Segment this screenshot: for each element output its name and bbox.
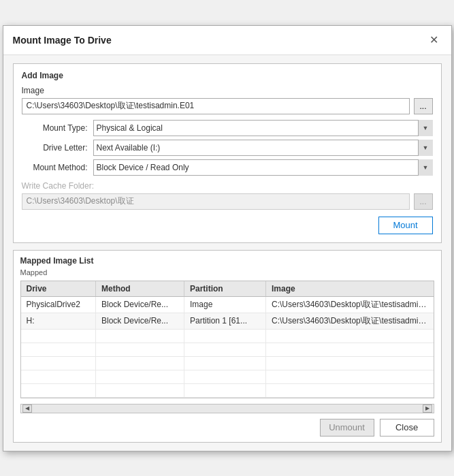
cell-partition: Image bbox=[184, 296, 266, 313]
table-row-empty bbox=[21, 370, 434, 383]
cell-method: Block Device/Re... bbox=[96, 296, 184, 313]
horizontal-scrollbar[interactable]: ◀ ▶ bbox=[20, 404, 434, 413]
scroll-right-button[interactable]: ▶ bbox=[423, 404, 432, 413]
add-image-group: Add Image Image ... Mount Type: Physical… bbox=[13, 63, 442, 243]
mount-row: Mount bbox=[22, 217, 433, 234]
drive-letter-label: Drive Letter: bbox=[22, 143, 93, 153]
title-bar: Mount Image To Drive ✕ bbox=[3, 26, 451, 55]
mount-method-row: Mount Method: Block Device / Read Only B… bbox=[22, 159, 433, 176]
bottom-buttons: Unmount Close bbox=[20, 419, 434, 437]
mount-type-select[interactable]: Physical & Logical Physical Logical bbox=[93, 120, 433, 136]
table-row[interactable]: PhysicalDrive2 Block Device/Re... Image … bbox=[21, 296, 434, 313]
mount-method-select[interactable]: Block Device / Read Only Block Device / … bbox=[93, 159, 433, 176]
table-row[interactable]: H: Block Device/Re... Partition 1 [61...… bbox=[21, 313, 434, 329]
col-image: Image bbox=[266, 281, 434, 297]
table-row-empty bbox=[21, 356, 434, 370]
write-cache-input bbox=[22, 193, 410, 210]
mount-type-label: Mount Type: bbox=[22, 123, 93, 133]
add-image-title: Add Image bbox=[22, 71, 433, 80]
dialog-body: Add Image Image ... Mount Type: Physical… bbox=[3, 55, 451, 451]
mapped-image-section: Mapped Image List Mapped Drive Method Pa… bbox=[13, 250, 442, 443]
mapped-table-wrapper: Drive Method Partition Image PhysicalDri… bbox=[20, 281, 434, 398]
dialog-title: Mount Image To Drive bbox=[13, 35, 112, 46]
mount-type-row: Mount Type: Physical & Logical Physical … bbox=[22, 120, 433, 136]
image-row: ... bbox=[22, 98, 433, 114]
table-row-empty bbox=[21, 383, 434, 397]
mount-method-select-wrapper: Block Device / Read Only Block Device / … bbox=[93, 159, 433, 176]
mount-button[interactable]: Mount bbox=[378, 217, 433, 234]
image-browse-button[interactable]: ... bbox=[414, 98, 433, 114]
unmount-button: Unmount bbox=[320, 419, 374, 437]
cell-image: C:\Users\34603\Desktop\取证\testisadmin.E0… bbox=[266, 313, 434, 329]
cell-method: Block Device/Re... bbox=[96, 313, 184, 329]
close-dialog-button[interactable]: Close bbox=[380, 419, 434, 437]
col-partition: Partition bbox=[184, 281, 266, 297]
table-row-empty bbox=[21, 343, 434, 356]
drive-letter-row: Drive Letter: Next Available (I:) C: D: … bbox=[22, 140, 433, 156]
write-cache-label: Write Cache Folder: bbox=[22, 181, 433, 191]
mount-method-label: Mount Method: bbox=[22, 163, 93, 172]
cell-image: C:\Users\34603\Desktop\取证\testisadmin.E0… bbox=[266, 296, 434, 313]
image-input[interactable] bbox=[22, 98, 410, 114]
mount-image-dialog: Mount Image To Drive ✕ Add Image Image .… bbox=[3, 25, 452, 451]
write-cache-row: ... bbox=[22, 193, 433, 210]
cell-drive: PhysicalDrive2 bbox=[21, 296, 96, 313]
table-header-row: Drive Method Partition Image bbox=[21, 281, 434, 297]
scroll-track bbox=[32, 404, 423, 413]
col-method: Method bbox=[96, 281, 184, 297]
mapped-table: Drive Method Partition Image PhysicalDri… bbox=[21, 281, 434, 398]
table-row-empty bbox=[21, 329, 434, 343]
col-drive: Drive bbox=[21, 281, 96, 297]
scroll-left-button[interactable]: ◀ bbox=[22, 404, 32, 413]
mount-type-select-wrapper: Physical & Logical Physical Logical ▼ bbox=[93, 120, 433, 136]
mapped-image-title: Mapped Image List bbox=[20, 256, 434, 266]
drive-letter-select-wrapper: Next Available (I:) C: D: ▼ bbox=[93, 140, 433, 156]
write-cache-browse-button: ... bbox=[414, 193, 433, 210]
cell-drive: H: bbox=[21, 313, 96, 329]
image-label: Image bbox=[22, 86, 433, 95]
mapped-subtitle: Mapped bbox=[20, 268, 434, 276]
drive-letter-select[interactable]: Next Available (I:) C: D: bbox=[93, 140, 433, 156]
close-titlebar-button[interactable]: ✕ bbox=[427, 33, 442, 48]
cell-partition: Partition 1 [61... bbox=[184, 313, 266, 329]
